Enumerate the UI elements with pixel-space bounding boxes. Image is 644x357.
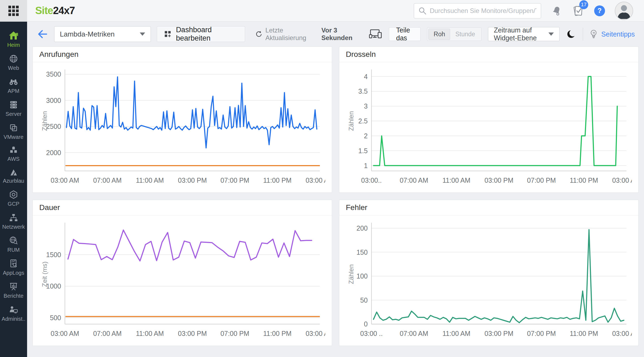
sidebar-item-label: RUM xyxy=(7,247,20,253)
svg-text:07:00 AM: 07:00 AM xyxy=(400,330,428,337)
sidebar-item-network[interactable]: Netzwerk xyxy=(0,210,27,233)
sidebar-item-label: Berichte xyxy=(4,293,23,299)
user-avatar[interactable] xyxy=(615,2,633,20)
dashboard-toolbar: Lambda-Metriken Dashboard bearbeiten Let… xyxy=(27,22,644,47)
azure-icon xyxy=(9,168,18,176)
sidebar-item-label: Administ.. xyxy=(2,316,25,322)
svg-text:11:00 AM: 11:00 AM xyxy=(136,330,164,337)
svg-text:200: 200 xyxy=(356,224,368,232)
tasks-button[interactable]: 17 xyxy=(572,5,584,17)
dashboard-select[interactable]: Lambda-Metriken xyxy=(54,26,151,42)
page-tips-link: Seitentipps xyxy=(601,30,635,38)
sidebar-item-gcp[interactable]: GCP xyxy=(0,187,27,210)
sidebar-item-label: GCP xyxy=(8,201,19,207)
sidebar-item-aws[interactable]: AWS xyxy=(0,143,27,165)
sidebar-item-apm[interactable]: APM xyxy=(0,74,27,97)
sidebar-item-reports[interactable]: Berichte xyxy=(0,279,27,302)
sidebar-item-server[interactable]: Server xyxy=(0,97,27,120)
reports-icon xyxy=(9,282,18,291)
svg-text:1.5: 1.5 xyxy=(358,147,368,155)
vmware-icon xyxy=(9,123,18,132)
devices-view-button[interactable] xyxy=(369,28,382,40)
svg-text:3: 3 xyxy=(364,102,368,110)
svg-text:2.5: 2.5 xyxy=(358,117,368,125)
svg-text:11:00 AM: 11:00 AM xyxy=(443,176,470,184)
edit-dashboard-label: Dashboard bearbeiten xyxy=(176,26,238,42)
dark-mode-toggle[interactable] xyxy=(566,29,576,39)
back-button[interactable] xyxy=(36,29,48,40)
granularity-toggle: Roh Stunde xyxy=(427,27,482,41)
svg-text:11:00 PM: 11:00 PM xyxy=(263,176,292,184)
widget-invocations: Anrufungen 200025003000350003:00 AM07:00… xyxy=(32,47,332,193)
apps-grid-icon xyxy=(8,6,19,16)
sidebar-item-label: AppLogs xyxy=(3,270,24,276)
svg-text:03:00 PM: 03:00 PM xyxy=(178,330,207,337)
svg-text:50: 50 xyxy=(360,296,368,304)
edit-dashboard-button[interactable]: Dashboard bearbeiten xyxy=(157,26,245,42)
svg-text:03:00 PM: 03:00 PM xyxy=(178,176,207,184)
svg-text:150: 150 xyxy=(356,248,368,256)
search-icon xyxy=(418,7,427,15)
sidebar-item-label: AWS xyxy=(8,156,20,162)
granularity-raw-option[interactable]: Roh xyxy=(428,29,450,40)
site24x7-logo: Site24x7 xyxy=(35,5,75,17)
page-tips[interactable]: Seitentipps xyxy=(589,29,635,39)
svg-text:3.5: 3.5 xyxy=(358,87,368,95)
sidebar-item-web[interactable]: Web xyxy=(0,51,27,74)
last-update-label: Letzte Aktualisierung xyxy=(265,27,317,42)
main-content: Lambda-Metriken Dashboard bearbeiten Let… xyxy=(27,22,644,357)
svg-text:11:00 PM: 11:00 PM xyxy=(263,330,292,337)
throttles-line-chart[interactable]: 11.522.533.5403:00..07:00 AM11:00 AM03:0… xyxy=(346,66,632,190)
invocations-line-chart[interactable]: 200025003000350003:00 AM07:00 AM11:00 AM… xyxy=(39,66,325,190)
svg-text:11:00 PM: 11:00 PM xyxy=(570,176,598,184)
sidebar-item-home[interactable]: Heim xyxy=(0,28,27,51)
share-label: Teile das xyxy=(396,26,414,42)
sidebar-item-vmware[interactable]: VMware xyxy=(0,120,27,143)
notifications-button[interactable] xyxy=(551,5,562,17)
share-button[interactable]: Teile das xyxy=(389,27,421,41)
refresh-icon[interactable] xyxy=(255,30,262,38)
svg-text:Zählen: Zählen xyxy=(347,264,355,284)
avatar-person-icon xyxy=(615,2,633,19)
svg-text:Zeit (ms): Zeit (ms) xyxy=(41,261,48,287)
lightbulb-icon xyxy=(589,29,598,39)
search-input[interactable] xyxy=(430,7,536,15)
svg-text:03:00 ..: 03:00 .. xyxy=(360,330,383,337)
sidebar-item-azure[interactable]: Azurblau xyxy=(0,165,27,187)
server-stack-icon xyxy=(9,100,18,109)
period-select-value: Zeitraum auf Widget-Ebene xyxy=(494,26,543,42)
svg-text:07:00 AM: 07:00 AM xyxy=(93,330,122,337)
widget-title: Drosseln xyxy=(346,50,376,59)
svg-text:2000: 2000 xyxy=(46,149,61,156)
sidebar-item-admin[interactable]: Administ.. xyxy=(0,302,27,325)
sidebar-item-applogs[interactable]: AppLogs xyxy=(0,256,27,279)
widget-duration: Dauer 5001000150003:00 AM07:00 AM11:00 A… xyxy=(32,200,332,346)
svg-text:1000: 1000 xyxy=(46,282,61,290)
rum-globe-search-icon xyxy=(9,236,18,245)
bell-icon xyxy=(551,5,562,17)
sidebar-item-rum[interactable]: RUM xyxy=(0,233,27,256)
widget-title: Dauer xyxy=(39,203,60,212)
chevron-down-icon xyxy=(548,32,554,36)
svg-text:11:00 PM: 11:00 PM xyxy=(570,330,598,337)
global-search[interactable] xyxy=(414,3,541,18)
sidebar-nav: Heim Web APM Server xyxy=(0,22,27,357)
errors-line-chart[interactable]: 05010015020003:00 ..07:00 AM11:00 AM03:0… xyxy=(346,219,632,343)
help-button[interactable]: ? xyxy=(594,5,605,16)
svg-text:07:00 PM: 07:00 PM xyxy=(527,330,556,337)
sidebar-item-label: Azurblau xyxy=(3,178,24,184)
devices-icon xyxy=(369,28,382,40)
duration-line-chart[interactable]: 5001000150003:00 AM07:00 AM11:00 AM03:00… xyxy=(39,219,325,343)
svg-text:03:00 AM: 03:00 AM xyxy=(612,330,632,337)
network-icon xyxy=(9,213,18,222)
svg-text:4: 4 xyxy=(364,73,368,80)
svg-text:03:00 AM: 03:00 AM xyxy=(305,330,325,337)
svg-text:0: 0 xyxy=(364,320,368,328)
dashboard-select-value: Lambda-Metriken xyxy=(60,30,115,38)
granularity-hour-option[interactable]: Stunde xyxy=(450,29,480,40)
svg-text:03:00 AM: 03:00 AM xyxy=(51,176,79,184)
svg-text:100: 100 xyxy=(356,272,368,280)
admin-icon xyxy=(9,305,18,314)
app-grid-menu-button[interactable] xyxy=(0,0,27,22)
period-select[interactable]: Zeitraum auf Widget-Ebene xyxy=(488,27,559,41)
